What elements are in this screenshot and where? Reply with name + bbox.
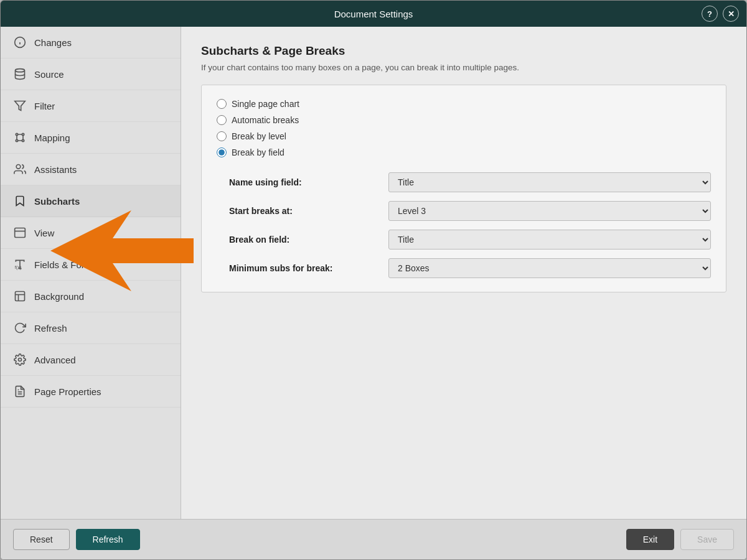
titlebar-controls: ? ✕: [702, 6, 739, 22]
close-button[interactable]: ✕: [723, 6, 739, 22]
sidebar-item-subcharts[interactable]: Subcharts: [1, 185, 181, 217]
subcharts-icon: [13, 194, 27, 208]
refresh-icon: [13, 321, 27, 335]
svg-point-6: [22, 133, 24, 135]
radio-by-field[interactable]: Break by field: [217, 147, 711, 157]
radio-automatic[interactable]: Automatic breaks: [217, 115, 711, 125]
field-select-break-on[interactable]: Title: [388, 230, 711, 250]
sidebar-item-page-properties[interactable]: Page Properties: [1, 376, 181, 408]
sidebar-item-filter[interactable]: Filter: [1, 90, 181, 122]
footer-left: Reset Refresh: [13, 529, 140, 550]
field-grid: Name using field: Title Start breaks at:…: [229, 172, 711, 278]
sidebar-item-advanced[interactable]: Advanced: [1, 344, 181, 376]
main-content-wrapper: Changes Source Filter: [1, 27, 746, 519]
radio-by-level-input[interactable]: [217, 131, 227, 141]
sidebar-item-assistants[interactable]: Assistants: [1, 154, 181, 185]
svg-rect-17: [16, 292, 25, 301]
sidebar-label-filter: Filter: [34, 101, 55, 111]
source-icon: [13, 67, 27, 81]
sidebar-label-background: Background: [34, 291, 84, 302]
dialog: Document Settings ? ✕ Changes: [0, 0, 747, 560]
right-panel: Subcharts & Page Breaks If your chart co…: [181, 27, 746, 519]
field-select-name[interactable]: Title: [388, 172, 711, 192]
filter-icon: [13, 99, 27, 113]
radio-automatic-label: Automatic breaks: [232, 115, 299, 125]
info-icon: [13, 35, 27, 49]
content-box: Single page chart Automatic breaks Break…: [201, 85, 726, 292]
sidebar-label-source: Source: [34, 69, 64, 80]
sidebar-label-changes: Changes: [34, 37, 72, 48]
page-icon: [13, 385, 27, 398]
svg-rect-14: [15, 228, 26, 238]
svg-point-7: [16, 139, 17, 141]
sidebar-label-subcharts: Subcharts: [34, 196, 80, 207]
svg-text:f(x): f(x): [15, 264, 22, 270]
sidebar-label-view: View: [34, 228, 54, 238]
assistants-icon: [13, 162, 27, 176]
sidebar-label-advanced: Advanced: [34, 355, 76, 365]
sidebar: Changes Source Filter: [1, 27, 181, 519]
radio-by-field-input[interactable]: [217, 147, 227, 157]
radio-single[interactable]: Single page chart: [217, 99, 711, 109]
svg-point-5: [16, 133, 17, 135]
dialog-title: Document Settings: [45, 9, 702, 19]
field-label-start: Start breaks at:: [229, 206, 378, 216]
radio-by-level[interactable]: Break by level: [217, 131, 711, 141]
radio-group: Single page chart Automatic breaks Break…: [217, 99, 711, 157]
sidebar-label-mapping: Mapping: [34, 133, 70, 143]
sidebar-item-view[interactable]: View: [1, 217, 181, 249]
help-button[interactable]: ?: [702, 6, 718, 22]
field-label-min-subs: Minimum subs for break:: [229, 263, 378, 273]
svg-point-18: [19, 358, 22, 362]
sidebar-item-mapping[interactable]: Mapping: [1, 122, 181, 154]
refresh-button[interactable]: Refresh: [76, 529, 140, 550]
sidebar-item-changes[interactable]: Changes: [1, 27, 181, 58]
sidebar-label-assistants: Assistants: [34, 164, 77, 175]
field-label-name: Name using field:: [229, 177, 378, 187]
sidebar-label-page-properties: Page Properties: [34, 386, 101, 397]
sidebar-label-refresh: Refresh: [34, 323, 67, 334]
save-button[interactable]: Save: [680, 529, 734, 550]
sidebar-label-fields: Fields & Formulas: [34, 259, 110, 270]
svg-point-13: [16, 165, 21, 169]
radio-automatic-input[interactable]: [217, 115, 227, 125]
radio-single-label: Single page chart: [232, 99, 299, 109]
radio-by-level-label: Break by level: [232, 131, 286, 141]
mapping-icon: [13, 131, 27, 144]
footer-right: Exit Save: [626, 529, 734, 550]
section-title: Subcharts & Page Breaks: [201, 44, 726, 58]
svg-point-8: [22, 139, 24, 141]
gear-icon: [13, 353, 27, 366]
radio-by-field-label: Break by field: [232, 147, 284, 157]
sidebar-item-background[interactable]: Background: [1, 281, 181, 312]
svg-point-3: [16, 69, 25, 72]
field-label-break-on: Break on field:: [229, 235, 378, 245]
footer: Reset Refresh Exit Save: [1, 519, 746, 559]
background-icon: [13, 289, 27, 303]
view-icon: [13, 226, 27, 240]
svg-marker-4: [15, 101, 26, 111]
reset-button[interactable]: Reset: [13, 529, 70, 550]
field-select-start[interactable]: Level 3: [388, 201, 711, 221]
titlebar: Document Settings ? ✕: [1, 1, 746, 27]
radio-single-input[interactable]: [217, 99, 227, 109]
sidebar-item-source[interactable]: Source: [1, 58, 181, 90]
fields-icon: f(x): [13, 258, 27, 271]
sidebar-item-fields[interactable]: f(x) Fields & Formulas: [1, 249, 181, 281]
field-select-min-subs[interactable]: 2 Boxes: [388, 258, 711, 278]
exit-button[interactable]: Exit: [626, 529, 674, 550]
section-desc: If your chart contains too many boxes on…: [201, 63, 726, 72]
sidebar-item-refresh[interactable]: Refresh: [1, 312, 181, 344]
